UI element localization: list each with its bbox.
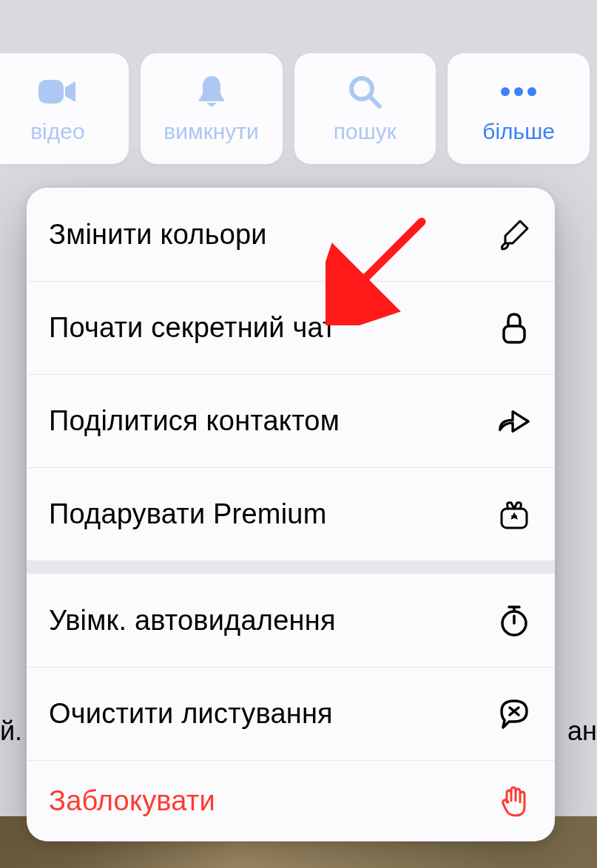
svg-point-4: [514, 87, 523, 96]
menu-item-clear-history[interactable]: Очистити листування: [27, 667, 555, 760]
action-toolbar: відео вимкнути пошук більше: [0, 53, 590, 164]
svg-rect-0: [38, 80, 64, 104]
menu-item-label: Почати секретний чат: [49, 312, 336, 344]
bell-icon: [195, 73, 228, 110]
menu-item-change-colors[interactable]: Змінити кольори: [27, 188, 555, 281]
mute-label: вимкнути: [163, 119, 259, 144]
brush-icon: [497, 217, 531, 251]
svg-rect-7: [502, 509, 527, 528]
more-icon: [498, 73, 539, 110]
menu-item-label: Змінити кольори: [49, 219, 267, 251]
menu-item-block[interactable]: Заблокувати: [27, 760, 555, 841]
menu-item-label: Увімк. автовидалення: [49, 605, 336, 637]
svg-rect-6: [504, 326, 525, 342]
video-label: відео: [30, 119, 84, 144]
menu-separator: [27, 560, 555, 574]
hand-icon: [497, 784, 531, 818]
mute-button[interactable]: вимкнути: [141, 53, 283, 164]
timer-icon: [497, 603, 531, 637]
menu-item-secret-chat[interactable]: Почати секретний чат: [27, 281, 555, 374]
menu-group-2: Увімк. автовидалення Очистити листування: [27, 574, 555, 841]
background-text-left: й.: [0, 716, 22, 747]
svg-point-5: [527, 87, 536, 96]
more-menu: Змінити кольори Почати секретний чат Под…: [27, 188, 555, 841]
svg-line-2: [370, 97, 380, 106]
menu-item-label: Поділитися контактом: [49, 405, 340, 437]
menu-item-label: Очистити листування: [49, 698, 333, 730]
search-label: пошук: [334, 119, 397, 144]
share-icon: [497, 404, 531, 438]
menu-item-auto-delete[interactable]: Увімк. автовидалення: [27, 574, 555, 667]
video-icon: [37, 73, 78, 110]
menu-item-gift-premium[interactable]: Подарувати Premium: [27, 467, 555, 560]
gift-icon: [497, 498, 531, 532]
menu-item-label: Заблокувати: [49, 785, 215, 817]
more-button[interactable]: більше: [448, 53, 590, 164]
menu-item-share-contact[interactable]: Поділитися контактом: [27, 374, 555, 467]
lock-icon: [497, 311, 531, 345]
video-button[interactable]: відео: [0, 53, 129, 164]
search-icon: [347, 73, 382, 110]
clear-chat-icon: [497, 697, 531, 731]
more-label: більше: [482, 119, 555, 144]
background-text-right: ан: [567, 716, 597, 747]
search-button[interactable]: пошук: [294, 53, 436, 164]
svg-point-3: [501, 87, 510, 96]
menu-group-1: Змінити кольори Почати секретний чат Под…: [27, 188, 555, 560]
menu-item-label: Подарувати Premium: [49, 498, 327, 530]
